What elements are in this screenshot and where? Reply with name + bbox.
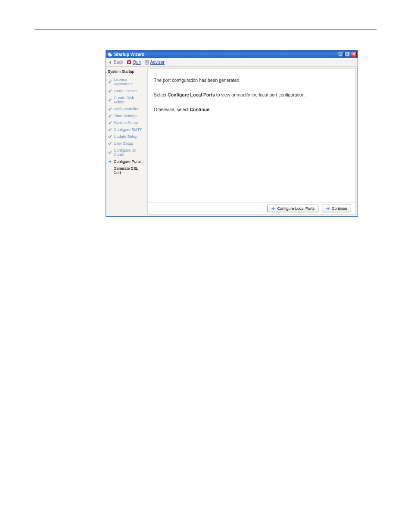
quit-button[interactable]: Quit [127,60,140,65]
step-load-license: Load License [108,87,146,94]
footer-bar: Configure Local Ports Continue [148,202,355,214]
step-user-setup: User Setup [108,140,146,147]
content-panel: The port configuration has been generate… [147,68,356,215]
quit-icon [127,60,131,65]
arrow-right-icon [326,206,330,211]
step-label: Configure SMTP [114,128,143,132]
step-label: Configure Ports [114,159,141,164]
check-icon [108,150,112,155]
svg-rect-1 [339,55,342,56]
page-divider-top [34,29,377,30]
step-label: Update Setup [114,134,137,139]
step-add-controller: Add Controller [108,106,146,112]
maximize-button[interactable] [344,52,350,57]
arrow-right-icon [271,206,275,211]
back-button: Back [108,60,123,65]
step-configure-ports: Configure Ports [108,158,146,165]
step-update-setup: Update Setup [108,133,146,140]
check-icon [108,80,112,84]
check-icon [108,134,112,139]
configure-button-label: Configure Local Ports [277,206,314,211]
step-label: Generate SSL Cert [114,166,146,175]
content-line-3: Otherwise, select Continue. [154,106,349,114]
step-label: Configure IO Cards [114,148,146,157]
check-icon [108,121,112,125]
step-label: Create Disk Folder [114,96,146,104]
check-icon [108,141,112,146]
continue-button-label: Continue [332,206,347,211]
advisor-icon [144,60,149,65]
content-line-1: The port configuration has been generate… [154,77,349,84]
minimize-button[interactable] [338,52,344,57]
step-label: User Setup [114,141,133,146]
continue-button[interactable]: Continue [322,205,351,212]
startup-wizard-window: Startup Wizard Back Quit [106,50,358,217]
window-controls [338,52,357,57]
toolbar: Back Quit Advisor [106,58,358,67]
step-time-settings: Time Settings [108,112,146,119]
titlebar: Startup Wizard [106,50,358,58]
arrow-right-icon [108,159,112,164]
body-area: System Startup License Agreement Load Li… [106,67,358,216]
content-line-2: Select Configure Local Ports to view or … [154,91,349,99]
configure-local-ports-button[interactable]: Configure Local Ports [267,205,318,212]
step-system-setup: System Setup [108,119,146,126]
sidebar: System Startup License Agreement Load Li… [106,67,147,216]
blank-icon [108,168,112,173]
step-label: Time Settings [114,114,137,118]
close-button[interactable] [351,52,357,57]
window-title: Startup Wizard [114,52,338,57]
svg-rect-2 [346,53,349,56]
check-icon [108,98,112,102]
back-label: Back [114,60,123,65]
check-icon [108,107,112,111]
check-icon [108,89,112,93]
page-divider-bottom [34,499,377,499]
step-configure-io-cards: Configure IO Cards [108,147,146,158]
quit-label: Quit [133,60,140,65]
sidebar-header: System Startup [108,69,146,74]
step-label: System Setup [114,121,138,125]
step-label: Add Controller [114,107,139,111]
back-arrow-icon [108,60,112,65]
step-label: Load License [114,89,137,93]
check-icon [108,114,112,118]
step-create-disk-folder: Create Disk Folder [108,94,146,106]
step-label: License Agreement [114,78,146,86]
check-icon [108,128,112,132]
advisor-button[interactable]: Advisor [144,60,165,65]
advisor-label: Advisor [150,60,165,65]
step-license-agreement: License Agreement [108,76,146,87]
step-generate-ssl-cert: Generate SSL Cert [108,165,146,176]
app-icon [108,52,112,57]
step-configure-smtp: Configure SMTP [108,126,146,133]
